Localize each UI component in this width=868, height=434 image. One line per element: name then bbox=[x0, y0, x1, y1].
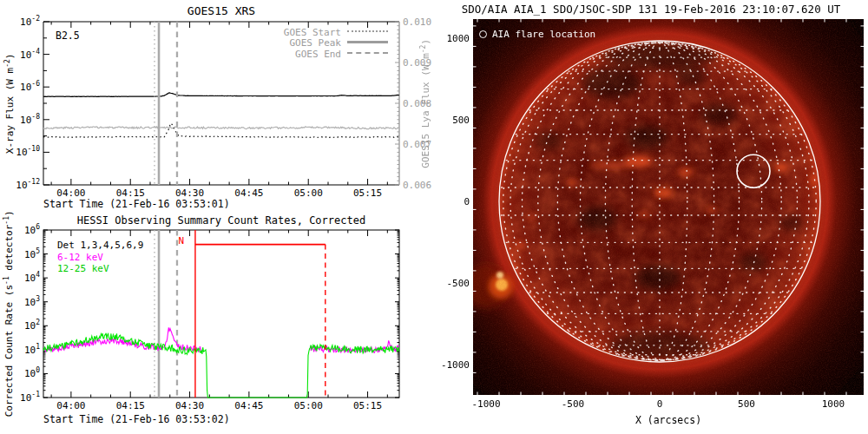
log-tick-label: 100 bbox=[24, 366, 40, 379]
aia-y-tick-label: -1000 bbox=[441, 359, 470, 371]
log-tick-label: 103 bbox=[24, 295, 40, 308]
aia-sun-image bbox=[399, 0, 868, 434]
log-tick-label: 10-4 bbox=[20, 48, 40, 61]
hessi-x-tick-label: 05:15 bbox=[353, 400, 382, 411]
goes-series-GOES-1-8-A bbox=[43, 93, 399, 96]
log-tick-label: 10-8 bbox=[20, 113, 40, 126]
log-tick-label: 10-6 bbox=[20, 80, 40, 93]
aia-x-tick-label: -1000 bbox=[471, 398, 500, 410]
log-tick-label: 10-2 bbox=[20, 15, 40, 28]
goes-x-tick-label: 05:00 bbox=[294, 187, 323, 199]
goes-right-tick-label: 0.010 bbox=[403, 16, 431, 28]
screenshot-root: 04:0004:1504:3004:4505:0005:150.0100.009… bbox=[0, 0, 868, 434]
log-tick-label: 105 bbox=[24, 247, 40, 260]
aia-x-tick-label: -500 bbox=[562, 398, 585, 410]
hessi-x-tick-label: 04:15 bbox=[116, 400, 145, 411]
goes-xaxis-title: Start Time (21-Feb-16 03:53:01) bbox=[43, 198, 230, 210]
goes-peak-line-swatch bbox=[347, 41, 388, 43]
goes-start-line-swatch bbox=[347, 30, 388, 32]
aia-flare-legend-label: AIA flare location bbox=[492, 29, 595, 40]
aia-y-tick-label: 500 bbox=[452, 115, 470, 126]
goes-right-yaxis-title: GOES15 Lya Flux (W m-2) bbox=[419, 31, 432, 175]
hessi-legend-6-12kev: 6-12 keV bbox=[57, 252, 143, 264]
hessi-yaxis-title: Corrected Count Rate (s-1 detector-1) bbox=[3, 200, 16, 427]
hessi-x-tick-label: 05:00 bbox=[294, 400, 323, 411]
aia-xaxis-title: X (arcsecs) bbox=[473, 414, 864, 426]
hessi-legend-12-25kev: 12-25 keV bbox=[57, 263, 143, 275]
aia-y-tick-label: 0 bbox=[464, 196, 470, 207]
hessi-xaxis-title: Start Time (21-Feb-16 03:53:02) bbox=[43, 413, 230, 425]
goes-plot-title: GOES15 XRS bbox=[43, 4, 399, 17]
goes-legend-row-end: GOES End bbox=[43, 49, 388, 60]
hessi-x-tick-label: 04:30 bbox=[175, 400, 204, 411]
hessi-detectors-label: Det 1,3,4,5,6,9 bbox=[57, 240, 143, 252]
goes-x-tick-label: 05:15 bbox=[353, 187, 382, 199]
hessi-x-tick-label: 04:45 bbox=[234, 400, 263, 411]
goes-end-line-swatch bbox=[347, 52, 388, 54]
goes-legend-row-start: GOES Start bbox=[43, 27, 388, 38]
goes-right-tick-label: 0.006 bbox=[403, 180, 431, 191]
hessi-x-tick-label: 04:00 bbox=[56, 400, 85, 411]
aia-x-tick-label: 500 bbox=[738, 398, 755, 410]
goes-series-GOES-0-5-4-A bbox=[43, 123, 399, 137]
log-tick-label: 101 bbox=[24, 343, 40, 356]
flare-location-circle-icon bbox=[479, 30, 487, 38]
log-tick-label: 102 bbox=[24, 319, 40, 332]
hessi-legend: Det 1,3,4,5,6,9 6-12 keV 12-25 keV bbox=[57, 240, 143, 275]
goes-yaxis-title: X-ray Flux (W m-2) bbox=[3, 34, 16, 173]
aia-flare-legend: AIA flare location bbox=[479, 29, 595, 40]
goes-legend: GOES Start GOES Peak GOES End bbox=[43, 27, 388, 60]
aia-image-title: SDO/AIA AIA_1 SDO/JSOC-SDP 131 19-Feb-20… bbox=[434, 3, 868, 16]
aia-y-tick-label: -500 bbox=[447, 278, 470, 289]
hessi-night-flag: N bbox=[161, 235, 184, 247]
aia-y-tick-label: 1000 bbox=[447, 33, 470, 44]
image-grain bbox=[473, 19, 864, 395]
log-tick-label: 10-1 bbox=[20, 391, 40, 404]
goes-legend-end-label: GOES End bbox=[295, 49, 341, 60]
goes-legend-start-label: GOES Start bbox=[284, 27, 341, 38]
aia-x-tick-label: 1000 bbox=[822, 398, 845, 410]
log-tick-label: 10-10 bbox=[16, 145, 40, 158]
goes-series-GOES15-Lya bbox=[43, 127, 399, 129]
goes-legend-peak-label: GOES Peak bbox=[289, 37, 341, 49]
log-tick-label: 10-12 bbox=[16, 178, 40, 191]
hessi-series-12-25-keV bbox=[43, 333, 399, 398]
log-tick-label: 104 bbox=[24, 271, 40, 284]
aia-x-tick-label: 0 bbox=[657, 398, 663, 410]
hessi-plot-title: HESSI Observing Summary Count Rates, Cor… bbox=[35, 214, 408, 227]
aia-image-panel: -1000-5000500100010005000-500-1000 bbox=[399, 0, 868, 434]
goes-x-tick-label: 04:45 bbox=[234, 187, 263, 199]
goes-legend-row-peak: GOES Peak bbox=[43, 38, 388, 49]
